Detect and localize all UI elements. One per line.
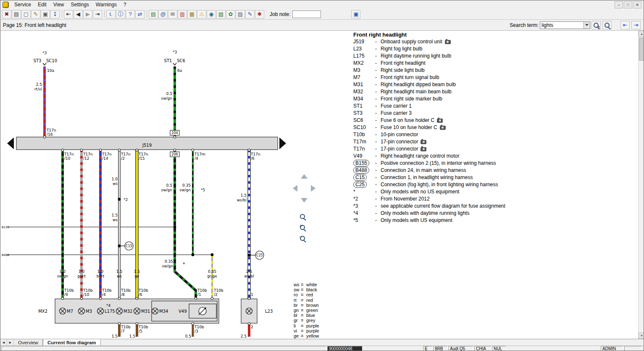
diagram-label: 1.5 xyxy=(134,269,140,274)
camera-icon[interactable] xyxy=(440,126,446,130)
menu-edit[interactable]: Edit xyxy=(34,1,50,8)
menu-settings[interactable]: Settings xyxy=(68,1,92,8)
circled-code: C25 xyxy=(353,181,367,188)
camera-icon[interactable] xyxy=(437,119,443,123)
diagram-prev-arrow[interactable] xyxy=(7,137,14,149)
dropdown-arrow-icon[interactable] xyxy=(584,22,590,29)
menu-[interactable]: ? xyxy=(120,1,130,8)
legend-row: SC6-Fuse 6 on fuse holder C xyxy=(353,117,639,124)
legend-row: L175-Right daytime running light bulb xyxy=(353,53,639,60)
maintenance-tables-icon[interactable]: ▦ xyxy=(187,10,197,18)
vertical-scrollbar[interactable]: ▲ ▼ xyxy=(638,31,644,339)
pan-up-arrow[interactable] xyxy=(301,174,308,179)
diagram-label: ws/bl xyxy=(237,198,247,202)
minimize-button[interactable]: – xyxy=(615,1,623,8)
diagram-label: /14 xyxy=(102,156,108,161)
color-name: purple xyxy=(306,323,319,328)
close-button[interactable]: ✕ xyxy=(633,1,641,8)
search-next-button[interactable] xyxy=(591,21,601,29)
pin-marker xyxy=(118,149,121,151)
edit-document-icon[interactable]: ✎ xyxy=(31,10,40,18)
mail-icon[interactable]: ✉ xyxy=(168,10,177,18)
parts-list-icon[interactable]: ▤ xyxy=(149,10,158,18)
pan-down-arrow[interactable] xyxy=(301,198,308,203)
menu-view[interactable]: View xyxy=(50,1,68,8)
legend-code: B488 xyxy=(353,167,375,174)
tab-current-flow-diagram[interactable]: Current flow diagram xyxy=(43,339,101,346)
legend-description: Only models with no US equipment xyxy=(381,188,459,195)
archive-icon[interactable]: ▨ xyxy=(236,10,245,18)
legend-code: *4 xyxy=(353,210,375,217)
diagram-label: ws xyxy=(113,182,118,186)
info-icon[interactable]: ⓘ xyxy=(116,10,125,18)
search-combobox xyxy=(540,21,590,29)
special-functions-icon[interactable]: ✱ xyxy=(255,10,264,18)
last-page-icon[interactable]: ⇥ xyxy=(93,10,102,18)
next-page-icon[interactable]: ▶ xyxy=(83,10,92,18)
documents-icon[interactable]: ▧ xyxy=(216,10,226,18)
warnings-toolbar-icon[interactable]: ⚠ xyxy=(197,10,206,18)
compare-icon[interactable]: ⇄ xyxy=(135,10,145,18)
connector-c15[interactable]: C15 xyxy=(125,242,133,250)
legend-row: J519-Onboard supply control unit xyxy=(353,38,639,45)
status-spacer xyxy=(624,346,642,351)
color-key-row: ge=yellow xyxy=(294,333,319,338)
history-icon[interactable]: t. xyxy=(106,10,116,18)
camera-icon[interactable] xyxy=(421,147,426,151)
prev-page-icon[interactable]: ◀ xyxy=(74,10,83,18)
color-code: gr xyxy=(294,318,301,323)
menu-warnings[interactable]: Warnings xyxy=(92,1,120,8)
diagram-label: 0.35 xyxy=(208,269,216,274)
send-document-icon[interactable]: ↧ xyxy=(50,10,60,18)
help-icon[interactable]: ? xyxy=(126,10,135,18)
first-page-icon[interactable]: ⇤ xyxy=(64,10,73,18)
zoom-out-icon[interactable]: − xyxy=(297,234,308,243)
close-job-icon[interactable]: ✖ xyxy=(2,10,11,18)
pan-right-arrow[interactable] xyxy=(311,185,315,192)
job-note-input[interactable] xyxy=(292,11,321,18)
search-prev-button[interactable] xyxy=(602,21,612,29)
repair-manual-icon[interactable]: ▥ xyxy=(178,10,187,18)
zoom-in-icon[interactable]: + xyxy=(297,223,308,232)
tab-overview[interactable]: Overview xyxy=(14,339,43,346)
camera-icon[interactable] xyxy=(421,140,426,144)
search-input[interactable] xyxy=(540,22,584,28)
tabs-next-button[interactable]: ▶ xyxy=(7,339,14,346)
legend-row: C25-Connection (fog light), in front lig… xyxy=(353,181,639,188)
motor-symbol xyxy=(199,307,206,315)
new-document-icon[interactable]: ▢ xyxy=(21,10,31,18)
copy-document-icon[interactable]: ▣ xyxy=(41,10,50,18)
job-card-icon[interactable]: ▣ xyxy=(351,10,360,18)
maximize-button[interactable]: □ xyxy=(624,1,632,8)
prev-diagram-button[interactable]: ⇤ xyxy=(620,21,630,29)
diagram-next-arrow[interactable] xyxy=(279,137,286,149)
wire-color-key: ws=whitesw=blackro=redrt=redbr=browngn=g… xyxy=(294,282,319,338)
scrollbar-thumb[interactable] xyxy=(639,38,644,61)
tabs-prev-button[interactable]: ◀ xyxy=(0,339,7,346)
online-service-icon[interactable]: @ xyxy=(158,10,168,18)
toolbar-separator xyxy=(147,10,147,18)
pan-left-arrow[interactable] xyxy=(293,185,297,192)
scroll-down-button[interactable]: ▼ xyxy=(639,333,644,339)
print-icon[interactable]: ▤ xyxy=(12,10,21,18)
diagram-label: ws xyxy=(117,274,122,278)
environment-icon[interactable]: ✿ xyxy=(226,10,235,18)
connector-c25[interactable]: C25 xyxy=(255,251,264,259)
zoom-select-icon[interactable] xyxy=(297,212,308,221)
legend-row: ST1-Fuse carrier 1 xyxy=(353,103,639,110)
legend-dash: - xyxy=(375,103,381,110)
camera-icon[interactable] xyxy=(445,40,451,44)
diagram-label: *3 xyxy=(42,51,47,55)
diagram-label: rt/vi xyxy=(34,87,42,91)
next-diagram-button[interactable]: ⇥ xyxy=(631,21,641,29)
menu-service[interactable]: Service xyxy=(11,1,34,8)
legend-description: Right headlight dipped beam bulb xyxy=(381,81,456,88)
legend-dash: - xyxy=(375,88,381,95)
notes-icon[interactable]: ✎ xyxy=(245,10,255,18)
scroll-up-button[interactable]: ▲ xyxy=(639,31,644,37)
diagram-label: T17n xyxy=(102,152,112,156)
web-icon[interactable]: ◉ xyxy=(207,10,216,18)
pin-marker xyxy=(118,322,121,325)
legend-code: M32 xyxy=(353,88,375,95)
color-name: purple xyxy=(306,328,319,333)
